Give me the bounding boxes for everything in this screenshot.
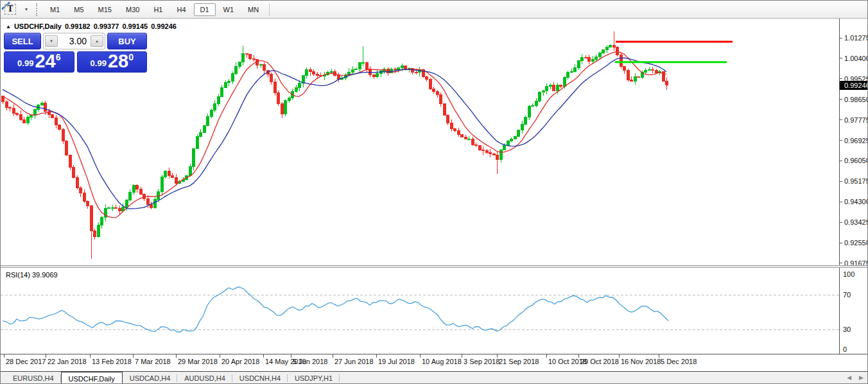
rsi-scale-label: 100 xyxy=(843,270,855,278)
chevron-down-icon[interactable]: ▼ xyxy=(24,7,29,12)
candle-body xyxy=(23,119,26,123)
current-price-badge: 0.99246 xyxy=(840,81,868,90)
time-axis-label: 7 Mar 2018 xyxy=(135,358,171,365)
ohlc-high-value: 0.99377 xyxy=(94,22,119,30)
timeframe-button-h4[interactable]: H4 xyxy=(170,3,192,16)
chart-tab-usdcad-h4[interactable]: USDCAD,H4 xyxy=(123,372,178,384)
timeframe-button-group: M1M5M15M30H1H4D1W1MN xyxy=(43,3,266,16)
price-axis-label: 0.96050 xyxy=(844,157,868,164)
candle-body xyxy=(528,106,531,117)
sell-price-display[interactable]: 0.99 24 6 xyxy=(4,51,74,73)
candle-body xyxy=(73,167,75,177)
candle-body xyxy=(253,59,256,60)
buy-price-pip-digit: 0 xyxy=(128,52,134,63)
candle-body xyxy=(313,72,315,74)
candle-body xyxy=(235,66,238,74)
candle-body xyxy=(550,85,552,86)
candle-body xyxy=(9,107,12,108)
rsi-indicator-panel[interactable]: RSI(14) 39.9069 1007030028 Dec 201722 Ja… xyxy=(1,268,867,371)
chart-tab-eurusd-h4[interactable]: EURUSD,H4 xyxy=(6,372,61,384)
candle-body xyxy=(263,64,266,70)
candle-body xyxy=(242,54,245,62)
timeframe-button-m15[interactable]: M15 xyxy=(92,3,118,16)
candle-body xyxy=(13,108,15,114)
volume-increase-button[interactable]: ▲ xyxy=(91,35,103,47)
candle-body xyxy=(535,101,538,106)
collapse-triangle-icon[interactable]: ▲ xyxy=(6,24,11,30)
candle-body xyxy=(397,68,400,70)
chart-tab-usdcnh-h4[interactable]: USDCNH,H4 xyxy=(232,372,288,384)
timeframe-button-h1[interactable]: H1 xyxy=(147,3,169,16)
candle-body xyxy=(553,85,555,91)
triangle-down-icon: ▼ xyxy=(49,39,53,43)
timeframe-button-m5[interactable]: M5 xyxy=(67,3,90,16)
chart-tab-audusd-h4[interactable]: AUDUSD,H4 xyxy=(177,372,232,384)
candle-body xyxy=(532,105,534,106)
timeframe-button-m30[interactable]: M30 xyxy=(119,3,146,16)
candle-body xyxy=(447,116,449,123)
timeframe-button-w1[interactable]: W1 xyxy=(217,3,241,16)
ohlc-close-value: 0.99246 xyxy=(151,22,177,30)
candle-body xyxy=(613,45,616,47)
toolbar-grip-handle[interactable] xyxy=(36,3,40,16)
candle-body xyxy=(571,72,573,73)
candle-body xyxy=(16,114,19,114)
candle-body xyxy=(260,64,263,65)
candle-body xyxy=(281,103,284,114)
candle-body xyxy=(55,118,58,125)
candle-body xyxy=(468,139,471,139)
candle-body xyxy=(500,150,503,160)
candle-body xyxy=(58,125,61,130)
candle-body xyxy=(496,155,499,159)
main-chart-panel[interactable]: ▲ USDCHF,Daily 0.99182 0.99377 0.99145 0… xyxy=(1,19,867,265)
candle-body xyxy=(454,128,456,130)
volume-decrease-button[interactable]: ▼ xyxy=(45,35,58,47)
candle-body xyxy=(581,58,584,61)
triangle-up-icon: ▲ xyxy=(95,39,99,43)
candle-body xyxy=(592,60,595,62)
candle-body xyxy=(493,154,496,155)
tab-scroll-right-icon[interactable]: ▶ xyxy=(859,374,864,381)
candle-body xyxy=(87,201,89,205)
candle-body xyxy=(362,62,365,63)
time-axis-label: 21 Sep 2018 xyxy=(499,358,539,365)
buy-price-display[interactable]: 0.99 28 0 xyxy=(77,51,148,73)
candle-body xyxy=(225,83,227,88)
candle-body xyxy=(458,131,460,135)
chart-tab-usdchf-daily[interactable]: USDCHF,Daily xyxy=(61,372,123,384)
cursor-tool-button[interactable]: ▼ xyxy=(19,3,33,17)
candle-body xyxy=(189,167,192,176)
candle-body xyxy=(65,141,68,155)
time-axis-label: 20 Apr 2018 xyxy=(221,358,259,365)
candle-body xyxy=(638,76,640,77)
candle-body xyxy=(228,81,230,83)
chart-symbol-label: USDCHF,Daily xyxy=(14,22,62,30)
rsi-indicator-label: RSI(14) 39.9069 xyxy=(6,271,58,279)
candle-body xyxy=(274,82,277,92)
candle-body xyxy=(249,55,252,59)
timeframe-button-mn[interactable]: MN xyxy=(241,3,265,16)
candle-body xyxy=(140,189,143,195)
candle-body xyxy=(20,114,22,119)
volume-input[interactable]: 3.00 xyxy=(58,36,91,46)
candle-body xyxy=(27,118,30,123)
price-axis-label: 1.01275 xyxy=(844,34,868,42)
price-axis-label: 0.93425 xyxy=(844,218,868,226)
candle-body xyxy=(437,92,439,95)
candle-body xyxy=(465,137,467,139)
ohlc-low-value: 0.99145 xyxy=(122,22,148,30)
candle-body xyxy=(6,102,8,108)
sell-button[interactable]: SELL xyxy=(4,33,41,49)
timeframe-button-d1[interactable]: D1 xyxy=(194,3,216,16)
timeframe-button-m1[interactable]: M1 xyxy=(44,3,66,16)
candle-body xyxy=(560,85,562,87)
tab-scroll-left-icon[interactable]: ◀ xyxy=(847,374,851,381)
candle-body xyxy=(376,73,379,76)
buy-price-prefix: 0.99 xyxy=(91,57,107,71)
buy-button[interactable]: BUY xyxy=(107,33,147,49)
chart-tab-usdjpy-h1[interactable]: USDJPY,H1 xyxy=(288,372,340,384)
candle-body xyxy=(539,92,541,101)
candle-body xyxy=(542,91,545,92)
candle-body xyxy=(433,89,435,91)
candle-body xyxy=(444,104,446,116)
